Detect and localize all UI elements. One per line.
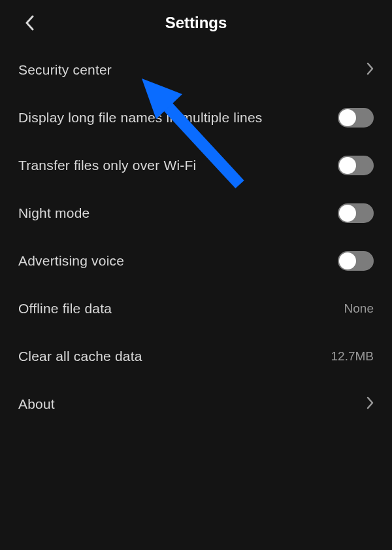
row-advertising-voice[interactable]: Advertising voice — [18, 237, 374, 284]
toggle-knob — [339, 157, 356, 174]
settings-list: Security center Display long file names … — [0, 46, 392, 428]
row-label: About — [18, 396, 55, 412]
toggle-knob — [339, 205, 356, 222]
row-transfer-wifi[interactable]: Transfer files only over Wi-Fi — [18, 141, 374, 189]
row-security-center[interactable]: Security center — [18, 46, 374, 94]
row-offline-file-data[interactable]: Offline file data None — [18, 284, 374, 332]
row-value: None — [344, 301, 374, 316]
row-label: Offline file data — [18, 301, 112, 317]
row-night-mode[interactable]: Night mode — [18, 189, 374, 237]
toggle-display-long[interactable] — [338, 108, 374, 128]
row-label: Night mode — [18, 205, 90, 221]
row-about[interactable]: About — [18, 380, 374, 428]
page-title: Settings — [165, 14, 227, 32]
row-value: 12.7MB — [331, 349, 374, 364]
header: Settings — [0, 0, 392, 46]
row-label: Transfer files only over Wi-Fi — [18, 158, 196, 173]
toggle-night-mode[interactable] — [338, 203, 374, 223]
toggle-knob — [339, 252, 356, 269]
row-label: Display long file names in multiple line… — [18, 110, 263, 126]
toggle-knob — [339, 109, 356, 126]
row-clear-cache[interactable]: Clear all cache data 12.7MB — [18, 332, 374, 380]
toggle-wifi-only[interactable] — [338, 156, 374, 175]
back-icon — [25, 15, 34, 31]
chevron-right-icon — [367, 62, 374, 78]
row-label: Advertising voice — [18, 253, 124, 269]
back-button[interactable] — [20, 13, 39, 33]
row-label: Clear all cache data — [18, 349, 142, 364]
chevron-right-icon — [367, 396, 374, 412]
row-display-long-file-names[interactable]: Display long file names in multiple line… — [18, 94, 374, 141]
toggle-advertising-voice[interactable] — [338, 251, 374, 271]
row-label: Security center — [18, 62, 112, 78]
